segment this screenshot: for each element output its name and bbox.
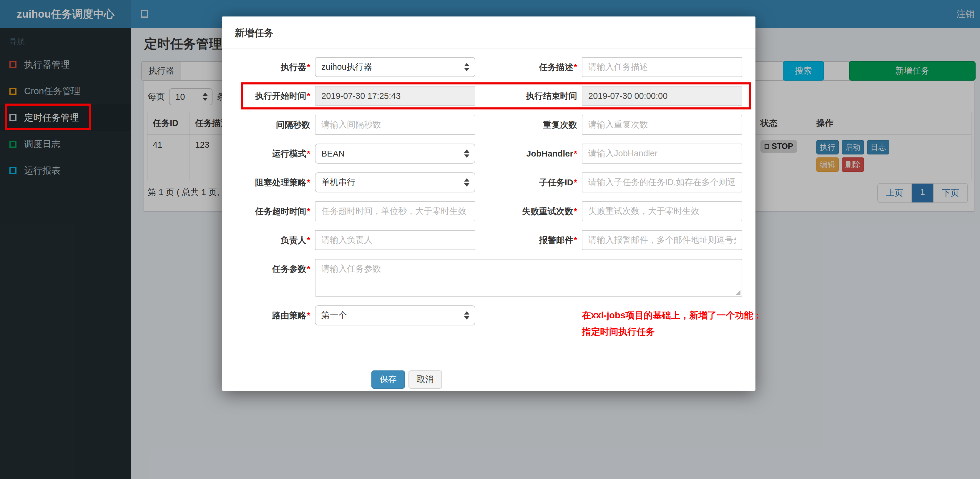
retry-count-input[interactable]: 失败重试次数，大于零时生效	[582, 201, 742, 221]
form-row-owner: 负责人* 请输入负责人 报警邮件* 请输入报警邮件，多个邮件地址则逗号分隔	[235, 230, 743, 250]
add-task-modal: 新增任务 执行器* zuihou执行器 任务描述* 请输入任务描述 执行开始时间…	[222, 16, 756, 391]
executor-select-value: zuihou执行器	[321, 61, 372, 73]
block-strategy-select[interactable]: 单机串行	[315, 172, 475, 193]
select-arrows-icon	[464, 311, 469, 320]
run-mode-label: 运行模式*	[235, 143, 310, 164]
modal-footer: 保存 取消	[222, 356, 756, 389]
form-row-block-strategy: 阻塞处理策略* 单机串行 子任务ID* 请输入子任务的任务ID,如存在多个则逗号…	[235, 172, 743, 193]
owner-input[interactable]: 请输入负责人	[315, 230, 475, 250]
job-params-textarea[interactable]: 请输入任务参数	[315, 259, 742, 297]
save-button[interactable]: 保存	[371, 371, 405, 389]
route-strategy-select-value: 第一个	[321, 310, 347, 321]
job-params-label: 任务参数*	[235, 259, 310, 297]
retry-count-label: 失败重试次数*	[480, 201, 577, 221]
run-mode-select[interactable]: BEAN	[315, 143, 475, 164]
executor-label: 执行器*	[235, 57, 310, 77]
annotation-note: 在xxl-jobs项目的基础上，新增了一个功能： 指定时间执行任务	[480, 306, 762, 340]
timeout-label: 任务超时时间*	[235, 201, 310, 221]
form-row-route: 路由策略* 第一个 在xxl-jobs项目的基础上，新增了一个功能： 指定时间执…	[235, 306, 743, 340]
job-desc-label: 任务描述*	[480, 57, 577, 77]
annotation-note-line1: 在xxl-jobs项目的基础上，新增了一个功能：	[582, 307, 762, 324]
job-desc-input[interactable]: 请输入任务描述	[582, 57, 742, 77]
executor-select[interactable]: zuihou执行器	[315, 57, 475, 77]
form-row-time: 执行开始时间* 2019-07-30 17:25:43 执行结束时间 2019-…	[235, 86, 743, 106]
block-strategy-label: 阻塞处理策略*	[235, 172, 310, 193]
form-row-interval: 间隔秒数 请输入间隔秒数 重复次数 请输入重复次数	[235, 115, 743, 135]
jobhandler-input[interactable]: 请输入JobHandler	[582, 143, 742, 164]
form-row-params: 任务参数* 请输入任务参数	[235, 259, 743, 297]
interval-input[interactable]: 请输入间隔秒数	[315, 115, 475, 135]
form-row-runmode: 运行模式* BEAN JobHandler* 请输入JobHandler	[235, 143, 743, 164]
alarm-email-input[interactable]: 请输入报警邮件，多个邮件地址则逗号分隔	[582, 230, 742, 250]
footer-spacer	[235, 371, 368, 389]
modal-header: 新增任务	[222, 16, 756, 49]
alarm-email-label: 报警邮件*	[480, 230, 577, 250]
run-mode-select-value: BEAN	[321, 149, 345, 159]
end-time-label: 执行结束时间	[480, 86, 577, 106]
block-strategy-select-value: 单机串行	[321, 177, 355, 188]
modal-title: 新增任务	[235, 27, 743, 40]
start-time-label: 执行开始时间*	[235, 86, 310, 106]
route-strategy-select[interactable]: 第一个	[315, 306, 475, 325]
repeat-count-label: 重复次数	[480, 115, 577, 135]
end-time-input[interactable]: 2019-07-30 00:00:00	[582, 86, 742, 106]
interval-label: 间隔秒数	[235, 115, 310, 135]
route-strategy-label: 路由策略*	[235, 306, 310, 340]
select-arrows-icon	[464, 63, 469, 71]
app-root: zuihou任务调度中心 注销 导航 执行器管理 Cron任务管理 定时任务管理…	[0, 0, 980, 479]
select-arrows-icon	[464, 150, 469, 158]
form-row-executor: 执行器* zuihou执行器 任务描述* 请输入任务描述	[235, 57, 743, 77]
repeat-count-input[interactable]: 请输入重复次数	[582, 115, 742, 135]
form-row-timeout: 任务超时时间* 任务超时时间，单位秒，大于零时生效 失败重试次数* 失败重试次数…	[235, 201, 743, 221]
child-job-id-input[interactable]: 请输入子任务的任务ID,如存在多个则逗号分隔	[582, 172, 742, 193]
jobhandler-label: JobHandler*	[480, 143, 577, 164]
annotation-note-line2: 指定时间执行任务	[582, 324, 762, 340]
timeout-input[interactable]: 任务超时时间，单位秒，大于零时生效	[315, 201, 475, 221]
start-time-input[interactable]: 2019-07-30 17:25:43	[315, 86, 475, 106]
child-job-id-label: 子任务ID*	[480, 172, 577, 193]
resize-handle-icon[interactable]	[736, 290, 740, 295]
modal-body: 执行器* zuihou执行器 任务描述* 请输入任务描述 执行开始时间* 201…	[222, 49, 756, 340]
cancel-button[interactable]: 取消	[409, 371, 442, 389]
owner-label: 负责人*	[235, 230, 310, 250]
select-arrows-icon	[464, 178, 469, 186]
